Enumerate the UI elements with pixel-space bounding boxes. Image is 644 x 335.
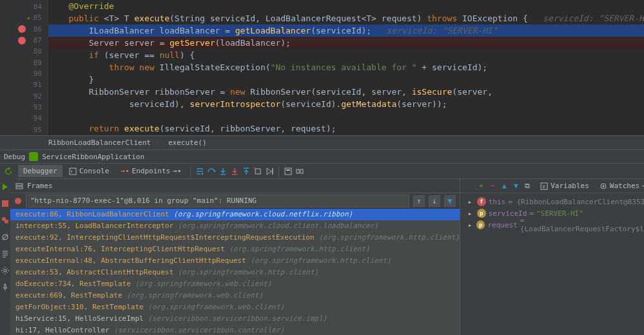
prev-frame-button[interactable]: ↑	[413, 195, 425, 207]
trace-current-stream-chain-icon[interactable]	[295, 166, 305, 177]
step-into-icon[interactable]	[218, 166, 228, 177]
line-number[interactable]: 90	[0, 68, 48, 79]
code-area[interactable]: @Override public <T> T execute(String se…	[48, 0, 644, 135]
line-number[interactable]: 93	[0, 102, 48, 113]
filter-frames-button[interactable]: ▼	[444, 195, 456, 207]
next-frame-button[interactable]: ↓	[429, 195, 440, 207]
tab-console[interactable]: Console	[64, 165, 114, 177]
svg-point-17	[15, 198, 21, 204]
get-thread-dump-button[interactable]	[0, 249, 10, 259]
variables-icon: v	[540, 182, 548, 190]
line-number[interactable]: 91	[0, 79, 48, 90]
variables-header: + − ▲ ▼ ⧉ v Variables Watches →•	[460, 179, 644, 193]
svg-text:v: v	[542, 184, 545, 189]
breadcrumb-class[interactable]: RibbonLoadBalancerClient	[48, 139, 151, 147]
tab-endpoints[interactable]: →• Endpoints →•	[115, 165, 186, 177]
gutter: 84 ▸85 86 87 88 89 90 91 92 93 94 95	[0, 0, 48, 135]
code-editor: 84 ▸85 86 87 88 89 90 91 92 93 94 95 @Ov…	[0, 0, 644, 135]
force-step-into-icon[interactable]	[229, 166, 240, 177]
view-breakpoints-button[interactable]	[0, 215, 10, 225]
svg-rect-0	[70, 168, 76, 175]
variables-list[interactable]: ▸fthis = {RibbonLoadBalancerClient@8353}…	[460, 193, 644, 335]
line-number[interactable]: 94	[0, 113, 48, 124]
svg-rect-9	[300, 169, 303, 173]
breakpoint-icon[interactable]	[18, 25, 26, 33]
line-number[interactable]: 95	[0, 124, 48, 135]
duplicate-watch-button[interactable]: ⧉	[522, 181, 532, 191]
line-number[interactable]: 88	[0, 46, 48, 57]
line-number[interactable]: 86	[0, 24, 48, 35]
frames-panel: Frames "http-nio-8770-exec-1"@8,016 in g…	[10, 179, 460, 335]
stack-frame[interactable]: hi:17, HelloController (serviceribbon.se…	[10, 325, 460, 335]
drop-frame-icon[interactable]	[253, 166, 263, 177]
breadcrumb[interactable]: RibbonLoadBalancerClient 〉 execute()	[0, 135, 644, 149]
line-number[interactable]: 92	[0, 91, 48, 102]
expand-icon[interactable]: ▸	[468, 221, 474, 229]
pin-button[interactable]	[0, 282, 10, 292]
debug-tool-window-header: Debug ServiceRibbonApplication	[0, 149, 644, 164]
step-over-icon[interactable]	[206, 166, 217, 177]
variables-panel: + − ▲ ▼ ⧉ v Variables Watches →• ▸fthis …	[460, 179, 644, 335]
new-watch-button[interactable]: +	[476, 181, 486, 191]
svg-rect-15	[16, 184, 23, 186]
move-watch-down-button[interactable]: ▼	[511, 181, 521, 191]
svg-rect-6	[285, 168, 291, 175]
thread-icon	[14, 197, 22, 205]
svg-rect-2	[232, 174, 237, 175]
variable-row[interactable]: ▸prequest = {LoadBalancerRequestFactory$…	[463, 219, 644, 231]
stack-frame[interactable]: hiService:15, HelloServiceImpl (servicer…	[10, 313, 460, 325]
line-number[interactable]: 89	[0, 57, 48, 68]
expand-icon[interactable]: ▸	[468, 198, 474, 206]
resume-button[interactable]	[0, 182, 10, 192]
settings-button[interactable]	[0, 265, 10, 276]
stack-frame[interactable]: execute:669, RestTemplate (org.springfra…	[10, 290, 460, 302]
stack-frame[interactable]: executeInternal:48, AbstractBufferingCli…	[10, 255, 460, 267]
evaluate-expression-icon[interactable]	[283, 166, 293, 177]
run-to-cursor-icon[interactable]	[264, 166, 275, 177]
expand-icon[interactable]: ▸	[468, 209, 474, 218]
tab-watches[interactable]: Watches →•	[594, 179, 644, 193]
watches-icon	[600, 182, 607, 190]
breadcrumb-method[interactable]: execute()	[168, 139, 207, 147]
line-number[interactable]: 87	[0, 35, 48, 46]
stack-frame[interactable]: executeInternal:76, InterceptingClientHt…	[10, 244, 460, 255]
stack-frame[interactable]: getForObject:310, RestTemplate (org.spri…	[10, 302, 460, 313]
line-number[interactable]: ▸85	[0, 12, 48, 23]
variable-row[interactable]: ▸fthis = {RibbonLoadBalancerClient@8353}	[463, 196, 644, 207]
tab-debugger[interactable]: Debugger	[18, 165, 63, 177]
run-arrow-icon[interactable]: ▸	[27, 14, 31, 21]
svg-point-12	[5, 220, 8, 224]
mute-breakpoints-button[interactable]	[0, 232, 10, 242]
stack-frame[interactable]: execute:86, RibbonLoadBalancerClient (or…	[10, 209, 460, 220]
breakpoint-icon[interactable]	[18, 37, 26, 44]
stack-frame[interactable]: execute:53, AbstractClientHttpRequest (o…	[10, 267, 460, 278]
rerun-button[interactable]	[3, 166, 14, 177]
stack-frame[interactable]: doExecute:734, RestTemplate (org.springf…	[10, 278, 460, 290]
debug-label: Debug	[4, 153, 25, 161]
thread-select[interactable]: "http-nio-8770-exec-1"@8,016 in group "m…	[26, 195, 409, 207]
svg-point-14	[4, 269, 6, 272]
svg-point-21	[602, 185, 604, 187]
frames-list[interactable]: execute:86, RibbonLoadBalancerClient (or…	[10, 209, 460, 335]
stop-button[interactable]	[0, 198, 10, 209]
move-watch-up-button[interactable]: ▲	[499, 181, 509, 191]
debug-app-name: ServiceRibbonApplication	[42, 153, 144, 161]
svg-rect-7	[286, 169, 290, 171]
svg-rect-16	[16, 187, 23, 189]
debug-side-toolbar	[0, 179, 10, 335]
thread-selector-row: "http-nio-8770-exec-1"@8,016 in group "m…	[10, 193, 460, 209]
frames-header: Frames	[10, 179, 460, 193]
line-number[interactable]: 84	[0, 1, 48, 12]
variable-type-icon: p	[476, 220, 485, 229]
svg-rect-4	[255, 169, 260, 174]
frames-icon	[15, 182, 23, 190]
application-icon	[29, 152, 38, 161]
stack-frame[interactable]: execute:92, InterceptingClientHttpReques…	[10, 232, 460, 244]
svg-rect-3	[244, 168, 249, 169]
step-out-icon[interactable]	[241, 166, 251, 177]
show-execution-point-icon[interactable]	[195, 166, 205, 177]
remove-watch-button[interactable]: −	[487, 181, 498, 191]
stack-frame[interactable]: intercept:55, LoadBalancerInterceptor (o…	[10, 220, 460, 232]
tab-variables[interactable]: v Variables	[535, 179, 594, 193]
svg-rect-8	[297, 169, 299, 173]
